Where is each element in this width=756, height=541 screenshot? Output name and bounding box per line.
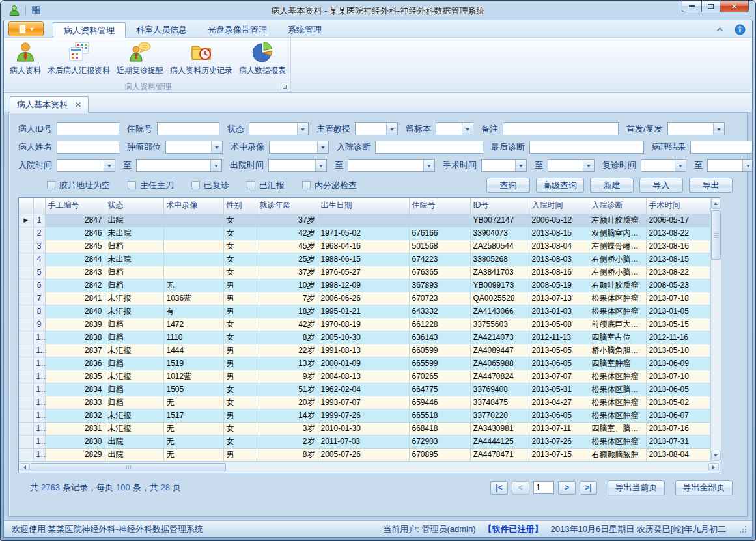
table-cell[interactable]: 出院 — [105, 435, 163, 448]
table-cell[interactable]: 2013-06-07 — [646, 409, 710, 422]
table-cell[interactable]: 女 — [223, 422, 257, 435]
column-header[interactable]: 就诊年龄 — [257, 198, 318, 214]
table-row[interactable]: 42844未出院女25岁1988-06-15674223338052682013… — [19, 253, 710, 266]
ribbon-tab[interactable]: 病人资料管理 — [53, 22, 126, 38]
table-cell[interactable]: ZA3430981 — [470, 422, 529, 435]
advanced-query-button[interactable]: 高级查询 — [536, 178, 584, 193]
table-cell[interactable]: 2013-05-08 — [529, 318, 589, 331]
table-cell[interactable]: 女 — [223, 331, 257, 344]
table-cell[interactable]: 2829 — [45, 448, 105, 461]
application-menu-button[interactable] — [8, 21, 44, 36]
table-cell[interactable]: 367893 — [409, 279, 470, 292]
table-cell[interactable]: 归档 — [105, 357, 163, 370]
table-cell[interactable]: 676166 — [409, 227, 470, 240]
ribbon-button[interactable]: 病人资料历史记录 — [167, 39, 236, 77]
table-cell[interactable]: 出院 — [105, 214, 163, 227]
filter-checkbox[interactable]: 胶片地址为空 — [47, 180, 110, 191]
minimize-button[interactable] — [682, 1, 701, 12]
table-cell[interactable]: 2013-07-10 — [646, 370, 710, 383]
checkbox-box[interactable] — [128, 181, 136, 189]
table-cell[interactable]: 无 — [163, 422, 223, 435]
tumor-site-select[interactable] — [165, 141, 223, 154]
column-header[interactable]: 性别 — [223, 198, 257, 214]
table-cell[interactable]: 归档 — [105, 331, 163, 344]
table-cell[interactable]: 归档 — [105, 279, 163, 292]
table-cell[interactable]: 2岁 — [257, 435, 318, 448]
export-all-pages-button[interactable]: 导出全部页 — [675, 480, 733, 495]
table-cell[interactable]: 出院 — [105, 448, 163, 461]
table-cell[interactable]: 37岁 — [257, 214, 318, 227]
table-cell[interactable]: 未汇报 — [105, 344, 163, 357]
scroll-right-button[interactable] — [708, 463, 719, 471]
table-cell[interactable]: 2013-05-15 — [646, 318, 710, 331]
table-cell[interactable]: 四脑室占位 — [589, 331, 646, 344]
table-cell[interactable]: ZA4444125 — [470, 435, 529, 448]
table-cell[interactable]: 7岁 — [257, 292, 318, 305]
table-cell[interactable]: 2013-07-16 — [646, 422, 710, 435]
table-cell[interactable] — [163, 227, 223, 240]
table-cell[interactable]: 2839 — [45, 318, 105, 331]
table-cell[interactable]: 男 — [223, 409, 257, 422]
table-cell[interactable]: 2833 — [45, 396, 105, 409]
table-row[interactable]: 32845归档女45岁1968-04-16501568ZA25805442013… — [19, 240, 710, 253]
last-page-button[interactable]: >| — [580, 481, 597, 495]
table-cell[interactable]: 2006-05-17 — [646, 214, 710, 227]
table-cell[interactable]: 2847 — [45, 214, 105, 227]
table-cell[interactable]: 1993-07-07 — [318, 396, 409, 409]
table-cell[interactable]: 2013-04-27 — [529, 396, 589, 409]
table-cell[interactable]: 男 — [223, 357, 257, 370]
table-row[interactable]: 112837未汇报1444男22岁1991-08-13660599ZA40894… — [19, 344, 710, 357]
table-cell[interactable]: 1517 — [163, 409, 223, 422]
final-diagnosis-input[interactable] — [529, 141, 644, 154]
chevron-down-icon[interactable] — [317, 141, 328, 153]
column-header[interactable]: 手工编号 — [45, 198, 105, 214]
table-cell[interactable]: 2013-06-05 — [646, 383, 710, 396]
chevron-down-icon[interactable] — [583, 160, 594, 171]
table-cell[interactable]: 无 — [163, 448, 223, 461]
admit-time-to-select[interactable] — [136, 159, 222, 172]
table-cell[interactable]: 659446 — [409, 396, 470, 409]
table-cell[interactable]: 665599 — [409, 357, 470, 370]
column-header[interactable]: ID号 — [470, 198, 529, 214]
surgery-time-to-select[interactable] — [548, 159, 595, 172]
chevron-down-icon[interactable] — [386, 123, 397, 135]
chevron-down-icon[interactable] — [423, 160, 434, 171]
page-number-input[interactable] — [533, 481, 554, 494]
table-cell[interactable] — [163, 253, 223, 266]
column-header[interactable]: 出生日期 — [318, 198, 409, 214]
table-cell[interactable]: 2008-05-23 — [646, 279, 710, 292]
table-cell[interactable]: 2013-08-15 — [529, 227, 589, 240]
table-cell[interactable]: 14岁 — [257, 409, 318, 422]
table-cell[interactable]: 670723 — [409, 292, 470, 305]
info-icon[interactable] — [735, 24, 746, 35]
table-cell[interactable]: 归档 — [105, 396, 163, 409]
table-cell[interactable]: 2006-06-26 — [318, 292, 409, 305]
ribbon-button[interactable]: 病人资料 — [7, 39, 44, 77]
table-cell[interactable]: 2842 — [45, 279, 105, 292]
professor-select[interactable] — [355, 122, 398, 135]
table-cell[interactable]: 2013-08-16 — [646, 240, 710, 253]
table-cell[interactable]: 33805268 — [470, 253, 529, 266]
table-cell[interactable]: 661228 — [409, 318, 470, 331]
table-cell[interactable]: YB0099173 — [470, 279, 529, 292]
new-button[interactable]: 新建 — [590, 178, 634, 193]
table-cell[interactable]: 674223 — [409, 253, 470, 266]
table-cell[interactable]: 2013-05-05 — [529, 344, 589, 357]
table-cell[interactable]: 女 — [223, 227, 257, 240]
table-cell[interactable]: 2006-05-12 — [529, 214, 589, 227]
table-cell[interactable]: 1012蓝 — [163, 370, 223, 383]
import-button[interactable]: 导入 — [639, 178, 683, 193]
table-cell[interactable]: 2013-08-04 — [529, 240, 589, 253]
table-cell[interactable]: 未汇报 — [105, 422, 163, 435]
table-cell[interactable]: 桥小脑角胆脂... — [589, 344, 646, 357]
table-cell[interactable]: 42岁 — [257, 318, 318, 331]
table-cell[interactable]: 2013-06-05 — [529, 409, 589, 422]
surgery-time-from-select[interactable] — [481, 159, 527, 172]
pathology-input[interactable] — [690, 141, 753, 154]
table-cell[interactable]: 670895 — [409, 448, 470, 461]
filter-checkbox[interactable]: 已汇报 — [247, 180, 285, 191]
discharge-time-from-select[interactable] — [268, 159, 327, 172]
filter-checkbox[interactable]: 主任主刀 — [128, 180, 174, 191]
vertical-scroll-thumb[interactable] — [711, 210, 721, 260]
table-cell[interactable]: 1998-12-09 — [318, 279, 409, 292]
